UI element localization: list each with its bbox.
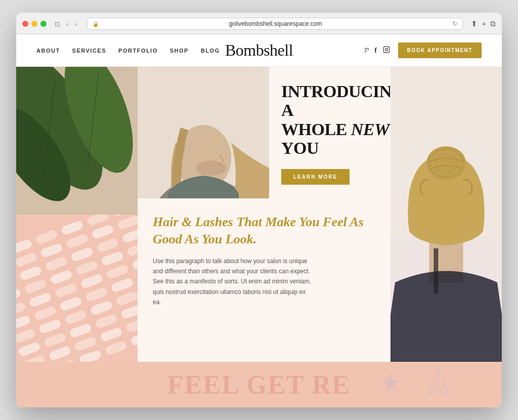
svg-point-2 bbox=[387, 48, 388, 48]
woman-profile-photo bbox=[138, 67, 269, 198]
refresh-icon[interactable]: ↻ bbox=[452, 20, 457, 27]
browser-controls: ⊡ ‹ › bbox=[53, 19, 79, 29]
svg-marker-86 bbox=[381, 373, 400, 392]
lock-icon: 🔒 bbox=[93, 21, 99, 27]
svg-point-76 bbox=[196, 160, 226, 176]
hero-photo-row: INTRODUCING A WHOLE NEW YOU LEARN MORE bbox=[138, 67, 391, 198]
instagram-icon[interactable] bbox=[383, 46, 390, 55]
nav-left: ABOUT SERVICES PORTFOLIO SHOP BLOG bbox=[36, 48, 220, 54]
browser-actions: ⬆ + ⧉ bbox=[471, 19, 496, 28]
right-image-column bbox=[391, 67, 502, 362]
svg-rect-81 bbox=[434, 248, 438, 294]
about-heading: Hair & Lashes That Make You Feel As Good… bbox=[153, 214, 375, 248]
about-body-text: Use this paragraph to talk about how you… bbox=[153, 256, 315, 308]
minimize-button[interactable] bbox=[31, 21, 37, 27]
sidebar-toggle-icon[interactable]: ⊡ bbox=[53, 19, 62, 29]
back-button[interactable]: ‹ bbox=[64, 19, 70, 29]
website-content: ABOUT SERVICES PORTFOLIO SHOP BLOG Bombs… bbox=[16, 34, 502, 407]
svg-point-1 bbox=[385, 49, 387, 51]
nav-services[interactable]: SERVICES bbox=[72, 48, 106, 54]
site-header: ABOUT SERVICES PORTFOLIO SHOP BLOG Bombs… bbox=[16, 34, 502, 67]
bottom-band-text: FEEL GET RE bbox=[167, 370, 351, 400]
hero-headline-panel: INTRODUCING A WHOLE NEW YOU LEARN MORE bbox=[269, 67, 391, 198]
nav-portfolio[interactable]: PORTFOLIO bbox=[118, 48, 158, 54]
browser-chrome: ⊡ ‹ › 🔒 golivebombshell.squarespace.com … bbox=[16, 13, 502, 34]
left-image-column bbox=[16, 67, 138, 362]
leaves-photo bbox=[16, 67, 138, 215]
url-text: golivebombshell.squarespace.com bbox=[102, 20, 450, 27]
hero-section: INTRODUCING A WHOLE NEW YOU LEARN MORE H… bbox=[16, 67, 502, 362]
close-button[interactable] bbox=[22, 21, 28, 27]
svg-point-83 bbox=[426, 146, 466, 180]
browser-window: ⊡ ‹ › 🔒 golivebombshell.squarespace.com … bbox=[16, 13, 502, 407]
hero-headline: INTRODUCING A WHOLE NEW YOU bbox=[281, 82, 391, 158]
nav-about[interactable]: ABOUT bbox=[36, 48, 60, 54]
nav-blog[interactable]: BLOG bbox=[201, 48, 220, 54]
main-content: INTRODUCING A WHOLE NEW YOU LEARN MORE H… bbox=[16, 67, 502, 407]
center-column: INTRODUCING A WHOLE NEW YOU LEARN MORE H… bbox=[138, 67, 391, 362]
social-icons: 𝓟 f bbox=[364, 46, 390, 55]
new-tab-icon[interactable]: + bbox=[482, 19, 486, 28]
nav-shop[interactable]: SHOP bbox=[170, 48, 189, 54]
pinterest-icon[interactable]: 𝓟 bbox=[364, 46, 368, 55]
share-icon[interactable]: ⬆ bbox=[471, 19, 478, 28]
svg-rect-0 bbox=[383, 47, 390, 53]
bottom-band: FEEL GET RE bbox=[16, 362, 502, 407]
nav-right: 𝓟 f BOOK APPOINTMENT bbox=[364, 43, 482, 58]
forward-button[interactable]: › bbox=[72, 19, 78, 29]
learn-more-button[interactable]: LEARN MORE bbox=[281, 169, 350, 185]
address-bar[interactable]: 🔒 golivebombshell.squarespace.com ↻ bbox=[87, 18, 463, 30]
capsules-photo bbox=[16, 215, 138, 362]
site-logo: Bombshell bbox=[225, 41, 293, 60]
book-appointment-button[interactable]: BOOK APPOINTMENT bbox=[398, 43, 482, 58]
traffic-lights bbox=[22, 21, 47, 27]
facebook-icon[interactable]: f bbox=[374, 47, 377, 55]
duplicate-icon[interactable]: ⧉ bbox=[490, 19, 496, 28]
about-section: Hair & Lashes That Make You Feel As Good… bbox=[138, 198, 391, 318]
fullscreen-button[interactable] bbox=[40, 21, 47, 27]
